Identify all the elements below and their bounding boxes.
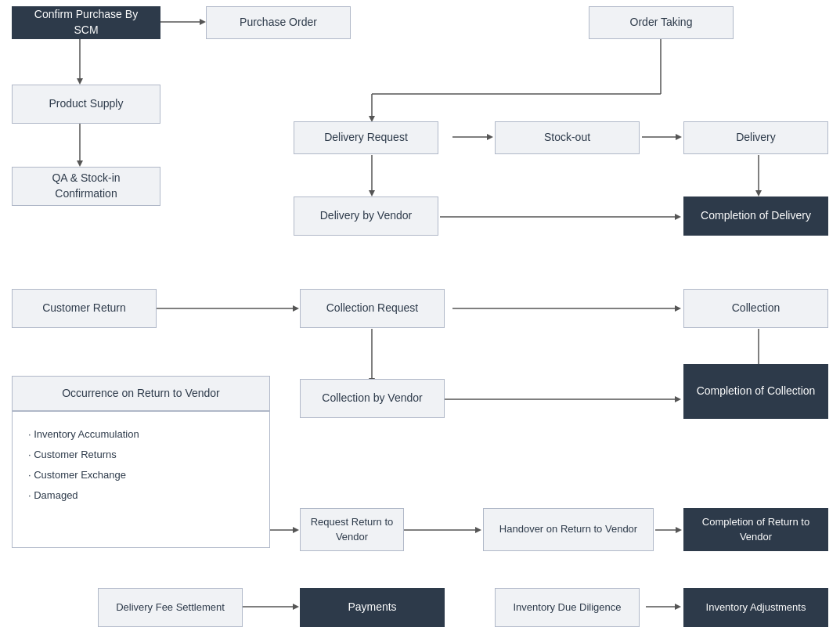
collection-by-vendor-box: Collection by Vendor <box>300 379 445 418</box>
inventory-adj-box: Inventory Adjustments <box>683 588 828 627</box>
customer-return-label: Customer Return <box>42 301 126 316</box>
delivery-fee-label: Delivery Fee Settlement <box>116 600 225 615</box>
svg-marker-17 <box>369 190 375 197</box>
list-item-4: · Damaged <box>28 485 254 506</box>
svg-marker-5 <box>77 160 83 167</box>
collection-request-label: Collection Request <box>326 301 419 316</box>
svg-marker-31 <box>293 527 299 533</box>
occurrence-list-box: · Inventory Accumulation · Customer Retu… <box>12 411 270 548</box>
svg-marker-33 <box>475 527 481 533</box>
svg-marker-29 <box>675 396 681 402</box>
svg-marker-35 <box>676 527 682 533</box>
handover-rtv-label: Handover on Return to Vendor <box>499 522 637 536</box>
confirm-purchase-label: Confirm Purchase By SCM <box>22 7 150 38</box>
delivery-request-box: Delivery Request <box>294 121 438 154</box>
request-rtv-label: Request Return to Vendor <box>310 515 394 543</box>
stock-out-box: Stock-out <box>495 121 640 154</box>
qa-stock-label: QA & Stock-in Confirmation <box>22 171 150 201</box>
svg-marker-23 <box>675 305 681 312</box>
inventory-adj-label: Inventory Adjustments <box>706 600 806 615</box>
svg-marker-19 <box>675 214 681 220</box>
svg-marker-15 <box>755 190 762 197</box>
completion-collection-box: Completion of Collection <box>683 364 828 419</box>
svg-marker-13 <box>676 134 682 140</box>
delivery-by-vendor-box: Delivery by Vendor <box>294 197 438 236</box>
delivery-fee-box: Delivery Fee Settlement <box>98 588 243 627</box>
inventory-due-label: Inventory Due Diligence <box>513 600 621 615</box>
inventory-due-box: Inventory Due Diligence <box>495 588 640 627</box>
order-taking-box: Order Taking <box>589 6 734 39</box>
svg-marker-1 <box>200 19 206 25</box>
order-taking-label: Order Taking <box>630 15 693 31</box>
delivery-request-label: Delivery Request <box>324 130 408 146</box>
collection-by-vendor-label: Collection by Vendor <box>322 391 422 406</box>
handover-rtv-box: Handover on Return to Vendor <box>483 508 654 551</box>
customer-return-box: Customer Return <box>12 289 157 328</box>
list-item-3: · Customer Exchange <box>28 465 254 485</box>
confirm-purchase-box: Confirm Purchase By SCM <box>12 6 160 39</box>
svg-marker-37 <box>293 604 299 610</box>
completion-delivery-box: Completion of Delivery <box>683 197 828 236</box>
diagram: Confirm Purchase By SCM Purchase Order O… <box>0 0 840 631</box>
svg-marker-39 <box>675 604 681 610</box>
product-supply-box: Product Supply <box>12 85 160 124</box>
delivery-by-vendor-label: Delivery by Vendor <box>320 208 413 224</box>
svg-marker-21 <box>293 305 299 312</box>
occurrence-rtv-box: Occurrence on Return to Vendor <box>12 376 270 411</box>
list-item-2: · Customer Returns <box>28 445 254 465</box>
collection-label: Collection <box>732 301 780 316</box>
svg-marker-11 <box>487 134 493 140</box>
svg-marker-3 <box>77 78 83 85</box>
list-item-1: · Inventory Accumulation <box>28 424 254 445</box>
payments-box: Payments <box>300 588 445 627</box>
delivery-label: Delivery <box>736 130 776 146</box>
qa-stock-box: QA & Stock-in Confirmation <box>12 167 160 206</box>
collection-box: Collection <box>683 289 828 328</box>
request-rtv-box: Request Return to Vendor <box>300 508 404 551</box>
payments-label: Payments <box>348 600 396 615</box>
completion-delivery-label: Completion of Delivery <box>701 208 811 224</box>
completion-rtv-label: Completion of Return to Vendor <box>694 515 818 543</box>
collection-request-box: Collection Request <box>300 289 445 328</box>
stock-out-label: Stock-out <box>544 130 590 146</box>
purchase-order-box: Purchase Order <box>206 6 351 39</box>
purchase-order-label: Purchase Order <box>240 15 317 31</box>
delivery-box: Delivery <box>683 121 828 154</box>
completion-rtv-box: Completion of Return to Vendor <box>683 508 828 551</box>
product-supply-label: Product Supply <box>49 96 124 112</box>
occurrence-rtv-label: Occurrence on Return to Vendor <box>62 386 220 402</box>
completion-collection-label: Completion of Collection <box>697 384 816 399</box>
